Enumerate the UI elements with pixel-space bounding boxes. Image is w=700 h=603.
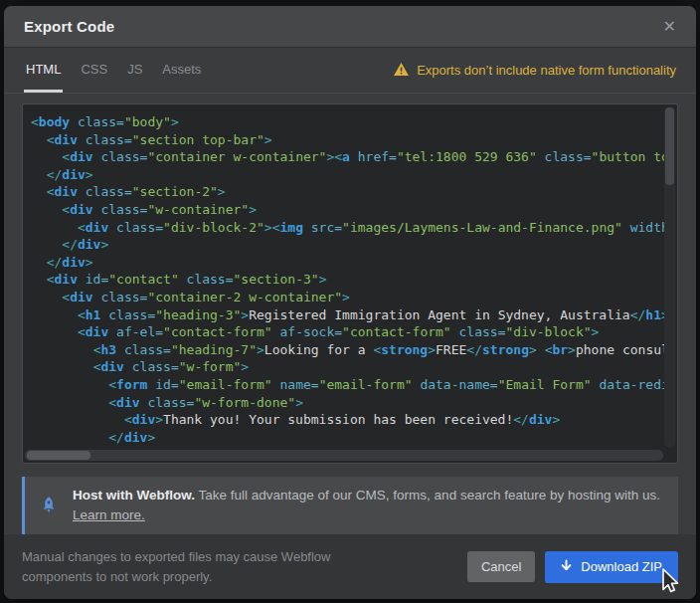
code-token: class=	[78, 114, 124, 129]
code-token	[124, 359, 132, 374]
code-token: class=	[132, 359, 179, 374]
close-icon[interactable]: ✕	[663, 19, 676, 35]
banner-body: Take full advantage of our CMS, forms, a…	[195, 488, 660, 502]
code-token: href=	[358, 149, 397, 164]
form-warning: Exports don’t include native form functi…	[394, 48, 676, 93]
code-token: div	[100, 359, 123, 374]
code-line: <div class="div-block-2"><img src="image…	[31, 219, 677, 237]
code-token: >	[218, 184, 226, 199]
code-token: div	[116, 395, 139, 410]
warning-icon	[394, 63, 409, 79]
code-token: phone consul	[576, 342, 669, 357]
code-token	[31, 290, 62, 304]
code-token: div	[132, 412, 155, 427]
code-token: >	[241, 307, 249, 322]
code-token: af-el=	[116, 324, 163, 339]
code-line: <h1 class="heading-3">Registered Immigra…	[31, 306, 677, 324]
tab-css[interactable]: CSS	[79, 48, 109, 93]
code-token: class=	[86, 132, 132, 147]
code-token	[108, 324, 116, 339]
code-token: </	[62, 237, 78, 252]
code-token: div	[62, 255, 85, 270]
code-token: div	[86, 220, 108, 235]
code-token: >	[155, 412, 163, 427]
code-token: ><	[326, 149, 342, 164]
code-token: div	[86, 324, 108, 339]
code-token: "email-form"	[179, 377, 272, 392]
learn-more-link[interactable]: Learn more.	[73, 507, 145, 522]
vertical-scrollbar[interactable]	[664, 106, 675, 448]
tab-assets[interactable]: Assets	[160, 48, 203, 93]
host-with-webflow-banner: Host with Webflow. Take full advantage o…	[22, 477, 678, 534]
code-line: <div class="section top-bar">	[31, 131, 677, 149]
tab-html[interactable]: HTML	[24, 48, 63, 93]
code-token: </	[47, 255, 63, 270]
code-token	[31, 272, 47, 287]
code-line: </div>	[31, 429, 677, 447]
code-token: >	[100, 237, 108, 252]
code-token: id=	[86, 272, 108, 287]
code-token	[537, 342, 545, 357]
code-token	[31, 202, 62, 217]
code-token: <	[78, 307, 86, 322]
code-line: </div>	[31, 254, 677, 272]
code-editor[interactable]: <body class="body"> <div class="section …	[22, 103, 678, 464]
code-token: width	[630, 220, 669, 235]
vertical-scrollbar-thumb[interactable]	[665, 107, 674, 185]
dialog-header: Export Code ✕	[4, 6, 696, 48]
code-line: <div class="w-form">	[31, 358, 677, 376]
code-token: Looking for a	[264, 342, 374, 357]
footer-buttons: Cancel Download ZIP	[467, 551, 678, 583]
code-token	[31, 149, 62, 164]
code-token: "contact"	[108, 272, 178, 287]
code-token: >	[86, 255, 93, 270]
code-token: <	[62, 202, 70, 217]
code-token: <	[31, 114, 39, 129]
code-token: div	[78, 237, 100, 252]
code-token	[78, 272, 86, 287]
code-line: <div class="w-form-done">	[31, 394, 677, 412]
code-token: </	[466, 342, 482, 357]
code-token: Registered Immigration Agent in Sydney, …	[249, 307, 630, 322]
code-line: <div class="section-2">	[31, 183, 677, 201]
code-token: id=	[155, 377, 178, 392]
code-token: img	[279, 220, 302, 235]
cancel-button[interactable]: Cancel	[467, 551, 535, 582]
horizontal-scrollbar[interactable]	[25, 450, 663, 461]
banner-text: Host with Webflow. Take full advantage o…	[73, 486, 660, 525]
code-token	[622, 220, 630, 235]
code-token	[31, 307, 78, 322]
code-token: <	[124, 412, 132, 427]
code-token: src=	[311, 220, 342, 235]
screen: Export Code ✕ HTML CSS JS Assets Exports…	[0, 0, 700, 603]
code-token	[303, 220, 311, 235]
code-token: "Email Form"	[498, 377, 592, 392]
code-token: form	[116, 377, 147, 392]
tab-js[interactable]: JS	[125, 48, 144, 93]
horizontal-scrollbar-thumb[interactable]	[27, 451, 90, 460]
code-token: div	[54, 132, 77, 147]
code-token: class=	[187, 272, 234, 287]
code-token: >	[295, 395, 303, 410]
code-token: div	[529, 412, 552, 427]
download-zip-button[interactable]: Download ZIP	[545, 551, 678, 583]
code-token	[537, 149, 545, 164]
code-token: "section-2"	[132, 184, 218, 199]
code-line: </div>	[31, 236, 677, 254]
code-token: div	[124, 430, 147, 445]
code-token	[31, 430, 108, 445]
code-token	[31, 412, 124, 427]
code-token	[31, 342, 93, 357]
code-token: class=	[108, 307, 155, 322]
warning-text: Exports don’t include native form functi…	[417, 63, 676, 78]
code-token	[350, 149, 358, 164]
code-token: </	[630, 307, 646, 322]
footer-note-line2: components to not work properly.	[22, 567, 360, 587]
code-token: >	[257, 342, 264, 357]
code-token: "heading-7"	[171, 342, 257, 357]
code-token: div	[70, 149, 92, 164]
code-line: <div id="contact" class="section-3">	[31, 271, 677, 289]
footer-note: Manual changes to exported files may cau…	[22, 547, 360, 587]
code-token: name=	[279, 377, 318, 392]
code-token	[31, 324, 78, 339]
